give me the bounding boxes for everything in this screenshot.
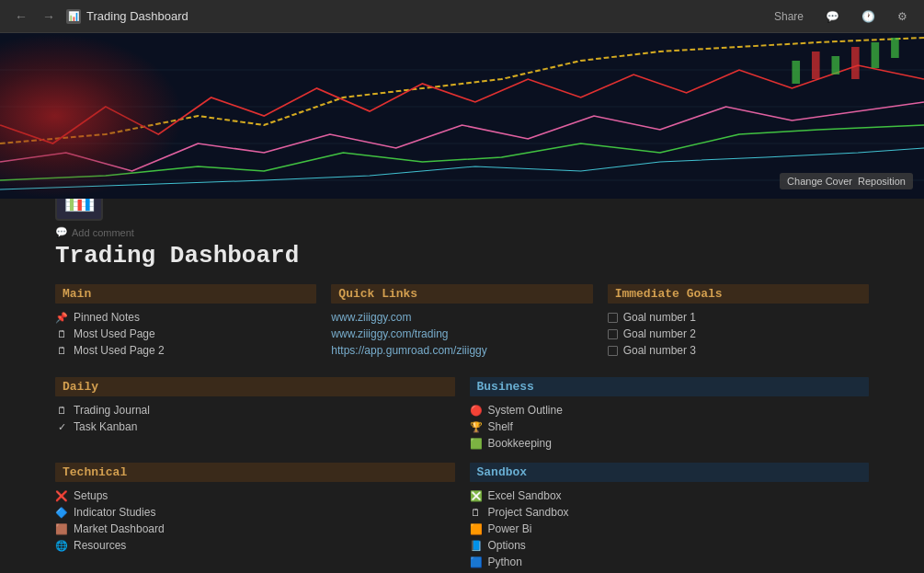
hero-banner: Change Cover Reposition <box>0 33 924 199</box>
market-dashboard-label: Market Dashboard <box>74 522 165 535</box>
most-used-page-label: Most Used Page <box>74 327 155 340</box>
goal-item-3[interactable]: Goal number 3 <box>608 342 869 359</box>
resources-label: Resources <box>74 539 126 552</box>
project-icon: 🗒 <box>470 507 483 518</box>
pin-icon: 📌 <box>55 312 68 324</box>
shelf-item[interactable]: 🏆 Shelf <box>470 418 870 435</box>
svg-rect-8 <box>851 47 860 79</box>
options-icon: 📘 <box>470 540 483 552</box>
project-sandbox-item[interactable]: 🗒 Project Sandbox <box>470 504 870 521</box>
system-outline-label: System Outline <box>488 404 563 417</box>
tab-icon: 📊 <box>66 9 81 24</box>
checkbox-2[interactable] <box>608 329 618 339</box>
quick-links-header: Quick Links <box>331 284 592 304</box>
page-icon-1: 🗒 <box>55 328 68 339</box>
python-icon: 🟦 <box>470 556 483 568</box>
system-outline-item[interactable]: 🔴 System Outline <box>470 402 870 418</box>
top-bar-left: ← → 📊 Trading Dashboard <box>11 7 188 26</box>
excel-sandbox-item[interactable]: ❎ Excel Sandbox <box>470 487 870 504</box>
indicator-studies-label: Indicator Studies <box>74 506 155 519</box>
options-label: Options <box>488 539 526 552</box>
svg-rect-7 <box>832 56 840 74</box>
page-header: 📊 💬 Add comment Trading Dashboard <box>0 199 924 284</box>
add-comment-label: Add comment <box>72 227 134 238</box>
daily-section: Daily 🗒 Trading Journal ✓ Task Kanban <box>55 377 455 452</box>
immediate-goals-section: Immediate Goals Goal number 1 Goal numbe… <box>608 284 869 359</box>
bookkeeping-icon: 🟩 <box>470 438 483 450</box>
two-col-row-2: Technical ❌ Setups 🔷 Indicator Studies 🟫… <box>55 463 869 570</box>
excel-sandbox-label: Excel Sandbox <box>488 489 562 502</box>
forward-button[interactable]: → <box>39 7 59 26</box>
link-gumroad[interactable]: https://app.gumroad.com/ziiiggy <box>331 342 592 359</box>
bookkeeping-label: Bookkeeping <box>488 437 552 450</box>
business-section: Business 🔴 System Outline 🏆 Shelf 🟩 Book… <box>470 377 870 452</box>
setups-item[interactable]: ❌ Setups <box>55 487 455 504</box>
top-bar: ← → 📊 Trading Dashboard Share 💬 🕐 ⚙ <box>0 0 924 33</box>
settings-button[interactable]: ⚙ <box>892 8 913 25</box>
hero-decoration <box>0 33 184 199</box>
change-cover-label: Change Cover <box>787 176 852 187</box>
task-kanban-label: Task Kanban <box>74 420 137 433</box>
python-item[interactable]: 🟦 Python <box>470 554 870 570</box>
goal-1-label: Goal number 1 <box>623 311 696 324</box>
tab-title: 📊 Trading Dashboard <box>66 9 188 24</box>
shelf-icon: 🏆 <box>470 421 483 433</box>
goal-2-label: Goal number 2 <box>623 327 696 340</box>
options-item[interactable]: 📘 Options <box>470 537 870 554</box>
share-button[interactable]: Share <box>769 8 809 25</box>
indicator-icon: 🔷 <box>55 507 68 519</box>
bookkeeping-item[interactable]: 🟩 Bookkeeping <box>470 435 870 452</box>
comment-icon: 💬 <box>55 226 68 238</box>
page-icon-2: 🗒 <box>55 345 68 356</box>
system-icon: 🔴 <box>470 405 483 417</box>
indicator-studies-item[interactable]: 🔷 Indicator Studies <box>55 504 455 521</box>
checkbox-1[interactable] <box>608 313 618 323</box>
resources-item[interactable]: 🌐 Resources <box>55 537 455 554</box>
comment-button[interactable]: 💬 <box>820 8 845 25</box>
goal-3-label: Goal number 3 <box>623 344 696 357</box>
python-label: Python <box>488 556 522 568</box>
columns-area: Main 📌 Pinned Notes 🗒 Most Used Page 🗒 M… <box>0 284 924 573</box>
clock-button[interactable]: 🕐 <box>856 8 881 25</box>
check-icon: ✓ <box>55 421 68 433</box>
two-col-row-1: Daily 🗒 Trading Journal ✓ Task Kanban Bu… <box>55 377 869 452</box>
power-bi-icon: 🟧 <box>470 523 483 535</box>
sandbox-section-header: Sandbox <box>470 463 870 482</box>
main-section: Main 📌 Pinned Notes 🗒 Most Used Page 🗒 M… <box>55 284 316 359</box>
goal-item-2[interactable]: Goal number 2 <box>608 326 869 342</box>
svg-rect-10 <box>891 38 899 58</box>
goal-item-1[interactable]: Goal number 1 <box>608 309 869 326</box>
change-cover-button[interactable]: Change Cover Reposition <box>780 173 913 189</box>
list-item-most-used-page-2[interactable]: 🗒 Most Used Page 2 <box>55 342 316 359</box>
power-bi-item[interactable]: 🟧 Power Bi <box>470 521 870 537</box>
resources-icon: 🌐 <box>55 540 68 552</box>
three-col-row: Main 📌 Pinned Notes 🗒 Most Used Page 🗒 M… <box>55 284 869 359</box>
page-icon[interactable]: 📊 <box>55 199 103 221</box>
checkbox-3[interactable] <box>608 346 618 356</box>
back-button[interactable]: ← <box>11 7 31 26</box>
project-sandbox-label: Project Sandbox <box>488 506 569 519</box>
list-item-pinned-notes[interactable]: 📌 Pinned Notes <box>55 309 316 326</box>
trading-journal-item[interactable]: 🗒 Trading Journal <box>55 402 455 418</box>
task-kanban-item[interactable]: ✓ Task Kanban <box>55 418 455 435</box>
reposition-label: Reposition <box>858 176 906 187</box>
tab-title-label: Trading Dashboard <box>86 9 188 23</box>
market-dashboard-item[interactable]: 🟫 Market Dashboard <box>55 521 455 537</box>
list-item-most-used-page[interactable]: 🗒 Most Used Page <box>55 326 316 342</box>
quick-links-section: Quick Links www.ziiiggy.com www.ziiiggy.… <box>331 284 592 359</box>
svg-rect-5 <box>792 61 800 84</box>
main-section-header: Main <box>55 284 316 304</box>
link-ziiiggy-trading[interactable]: www.ziiiggy.com/trading <box>331 326 592 342</box>
most-used-page-2-label: Most Used Page 2 <box>74 344 165 357</box>
link-ziiiggy[interactable]: www.ziiiggy.com <box>331 309 592 326</box>
market-icon: 🟫 <box>55 523 68 535</box>
add-comment-area[interactable]: 💬 Add comment <box>55 226 869 238</box>
page-content: 📊 💬 Add comment Trading Dashboard Main 📌… <box>0 199 924 573</box>
technical-section: Technical ❌ Setups 🔷 Indicator Studies 🟫… <box>55 463 455 570</box>
pinned-notes-label: Pinned Notes <box>74 311 140 324</box>
trading-journal-label: Trading Journal <box>74 404 150 417</box>
excel-icon: ❎ <box>470 490 483 502</box>
top-bar-right: Share 💬 🕐 ⚙ <box>769 8 913 25</box>
immediate-goals-header: Immediate Goals <box>608 284 869 304</box>
setups-icon: ❌ <box>55 490 68 502</box>
